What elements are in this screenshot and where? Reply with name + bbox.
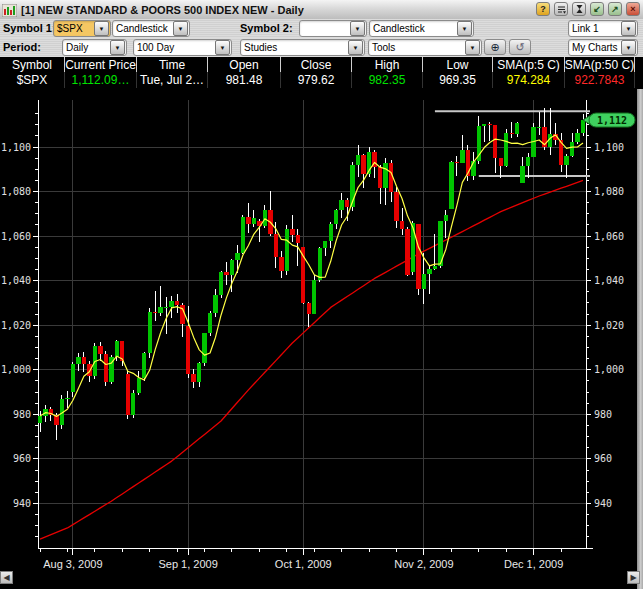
triangle-right-icon: ▶ (630, 573, 636, 582)
svg-text:980: 980 (594, 409, 612, 420)
svg-text:Dec 1, 2009: Dec 1, 2009 (504, 558, 563, 570)
candles-layer (38, 108, 585, 439)
my-charts-dropdown-button[interactable]: ▼ (621, 40, 636, 55)
last-price-tag: 1,112 (583, 113, 635, 127)
svg-text:Sep 1, 2009: Sep 1, 2009 (158, 558, 217, 570)
svg-text:940: 940 (13, 498, 31, 509)
axis-layer: 9409409609609809801,0001,0001,0201,0201,… (1, 100, 624, 570)
style1-dropdown-button[interactable]: ▼ (173, 21, 188, 36)
quote-cell-1: 1,112.09… (65, 72, 137, 88)
title-bar[interactable]: [1] NEW STANDARD & POORS 500 INDEX NEW -… (0, 0, 643, 20)
triangle-left-icon: ◀ (3, 573, 9, 582)
symbol2-dropdown-button[interactable]: ▼ (350, 21, 365, 36)
style2-dropdown-button[interactable]: ▼ (457, 21, 472, 36)
quote-cell-5: 982.35 (352, 72, 423, 88)
svg-text:960: 960 (13, 453, 31, 464)
column-header-current-price[interactable]: Current Price (65, 57, 137, 72)
range-select[interactable]: 100 Day ▼ (133, 39, 232, 56)
period-label: Period: (3, 41, 41, 53)
svg-text:1,080: 1,080 (594, 186, 624, 197)
svg-text:Oct 1, 2009: Oct 1, 2009 (275, 558, 332, 570)
symbol1-dropdown-button[interactable]: ▼ (94, 21, 109, 36)
window-buttons: ? ↙ ↗ × (536, 2, 640, 16)
column-header-low[interactable]: Low (423, 57, 493, 72)
quote-table-row: $SPX1,112.09…Tue, Jul 2…981.48979.62982.… (0, 72, 643, 88)
chart-scroll-right-button[interactable]: ▶ (627, 571, 640, 584)
svg-text:1,000: 1,000 (594, 364, 624, 375)
style2-select[interactable]: Candlestick ▼ (369, 20, 474, 37)
chevron-down-icon: ▼ (626, 45, 632, 51)
chevron-down-icon: ▼ (220, 45, 226, 51)
column-header-time[interactable]: Time (137, 57, 208, 72)
column-header-open[interactable]: Open (208, 57, 281, 72)
chevron-down-icon: ▼ (353, 45, 359, 51)
svg-text:Aug 3, 2009: Aug 3, 2009 (43, 558, 102, 570)
period-toolbar: Period: Daily ▼ 100 Day ▼ Studies ▼ Tool… (0, 38, 643, 58)
studies-select[interactable]: Studies ▼ (240, 39, 365, 56)
svg-text:1,040: 1,040 (594, 275, 624, 286)
list-icon (557, 5, 566, 14)
chart-window: [1] NEW STANDARD & POORS 500 INDEX NEW -… (0, 0, 643, 589)
style1-select[interactable]: Candlestick ▼ (112, 20, 190, 37)
chevron-down-icon: ▼ (462, 26, 468, 32)
quote-cell-0: $SPX (0, 72, 65, 88)
chevron-down-icon: ▼ (178, 26, 184, 32)
quote-cell-3: 981.48 (208, 72, 281, 88)
period-dropdown-button[interactable]: ▼ (110, 40, 125, 55)
delay-button[interactable] (572, 2, 586, 16)
help-button[interactable]: ? (536, 2, 550, 16)
column-header-high[interactable]: High (352, 57, 423, 72)
svg-text:1,060: 1,060 (1, 231, 31, 242)
svg-text:940: 940 (594, 498, 612, 509)
svg-text:980: 980 (13, 409, 31, 420)
chart-scroll-left-button[interactable]: ◀ (0, 571, 13, 584)
close-button[interactable]: × (626, 2, 640, 16)
chart-area[interactable]: 9409409609609809801,0001,0001,0201,0201,… (0, 88, 643, 589)
right-gutter (637, 89, 643, 589)
quote-cell-6: 969.35 (423, 72, 493, 88)
column-header-sma-p-5-c-[interactable]: SMA(p:5 C) (493, 57, 565, 72)
magnifier-icon: ⊕ (490, 41, 499, 54)
column-header-sma-p-50-c-[interactable]: SMA(p:50 C) (565, 57, 635, 72)
symbol-toolbar: Symbol 1: $SPX ▼ Candlestick ▼ Symbol 2:… (0, 19, 643, 39)
symbol1-input[interactable]: $SPX ▼ (53, 20, 111, 37)
chart-app-icon (2, 3, 17, 16)
svg-text:Nov 2, 2009: Nov 2, 2009 (394, 558, 453, 570)
chart-options-button[interactable] (554, 2, 568, 16)
svg-text:960: 960 (594, 453, 612, 464)
link-select[interactable]: Link 1 ▼ (568, 20, 638, 37)
symbol1-label: Symbol 1: (3, 22, 56, 34)
range-dropdown-button[interactable]: ▼ (215, 40, 230, 55)
chevron-down-icon: ▼ (470, 45, 476, 51)
link-dropdown-button[interactable]: ▼ (621, 21, 636, 36)
period-select[interactable]: Daily ▼ (62, 39, 127, 56)
svg-text:1,060: 1,060 (594, 231, 624, 242)
column-header-symbol[interactable]: Symbol (0, 57, 65, 72)
svg-text:1,100: 1,100 (1, 142, 31, 153)
svg-text:1,112: 1,112 (597, 115, 627, 126)
tools-dropdown-button[interactable]: ▼ (465, 40, 480, 55)
column-header-close[interactable]: Close (281, 57, 352, 72)
zoom-tool-button[interactable]: ⊕ (484, 39, 506, 55)
quote-table-header: SymbolCurrent PriceTimeOpenCloseHighLowS… (0, 57, 643, 72)
sma5-layer (40, 135, 583, 417)
restore-button[interactable]: ↙ (590, 2, 604, 16)
tools-select[interactable]: Tools ▼ (368, 39, 482, 56)
svg-text:1,040: 1,040 (1, 275, 31, 286)
symbol2-input[interactable]: ▼ (299, 20, 367, 37)
quote-cell-8: 922.7843 (565, 72, 635, 88)
svg-text:1,100: 1,100 (594, 142, 624, 153)
chevron-down-icon: ▼ (115, 45, 121, 51)
price-chart[interactable]: 9409409609609809801,0001,0001,0201,0201,… (0, 88, 643, 589)
studies-dropdown-button[interactable]: ▼ (348, 40, 363, 55)
symbol2-label: Symbol 2: (240, 22, 293, 34)
undo-tool-button[interactable]: ↺ (509, 39, 531, 55)
hourglass-icon (575, 4, 584, 14)
chevron-down-icon: ▼ (626, 26, 632, 32)
chevron-down-icon: ▼ (355, 26, 361, 32)
undo-arrow-icon: ↺ (515, 41, 524, 54)
quote-cell-7: 974.284 (493, 72, 565, 88)
svg-text:1,020: 1,020 (1, 320, 31, 331)
my-charts-select[interactable]: My Charts ▼ (568, 39, 638, 56)
maximize-button[interactable]: ↗ (608, 2, 622, 16)
